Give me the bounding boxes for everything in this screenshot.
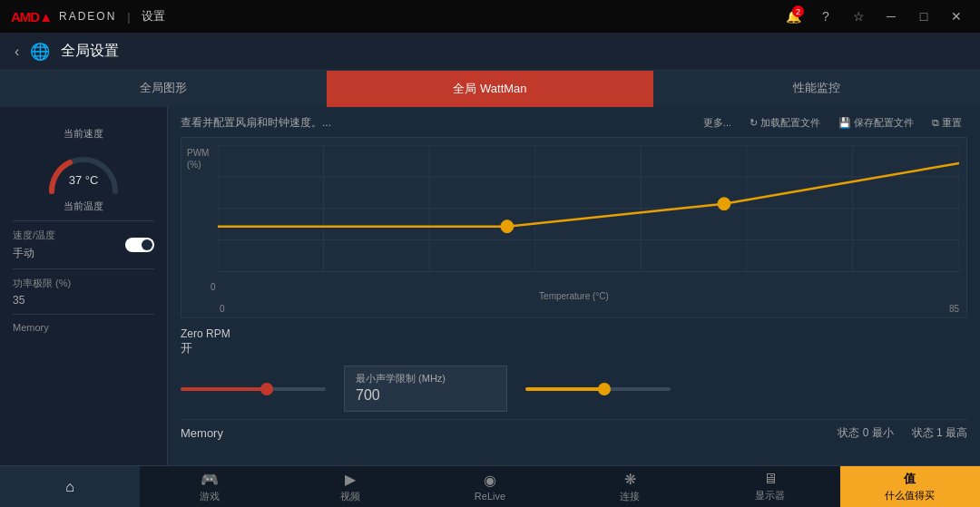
save-config-icon: 💾 — [838, 117, 851, 129]
speed-temp-value: 手动 — [13, 246, 55, 261]
more-button[interactable]: 更多... — [698, 114, 737, 132]
power-slider[interactable] — [181, 387, 326, 391]
title-settings: 设置 — [142, 8, 165, 24]
nav-zhihu-label: 什么值得买 — [885, 489, 935, 502]
chart-x-end: 85 — [949, 304, 959, 314]
chart-y-label: PWM (%) — [187, 147, 209, 171]
state-labels: 状态 0 最小 状态 1 最高 — [838, 425, 967, 441]
save-config-button[interactable]: 💾 保存配置文件 — [833, 114, 919, 132]
title-separator: | — [127, 10, 130, 24]
zero-rpm-label: Zero RPM — [181, 327, 230, 340]
zhihu-icon: 值 — [904, 471, 916, 487]
star-icon: ☆ — [853, 9, 865, 24]
speed-label: 当前速度 — [64, 127, 103, 141]
nav-relive-label: ReLive — [475, 491, 505, 502]
memory-section: Memory — [13, 314, 154, 344]
state1-label: 状态 1 最高 — [912, 425, 967, 441]
maximize-button[interactable]: □ — [911, 5, 936, 27]
connect-icon: ❋ — [624, 471, 636, 488]
nav-zhihu[interactable]: 值 什么值得买 — [840, 466, 980, 507]
fan-curve-chart[interactable]: PWM (%) 0 Temperature (°C) 0 85 — [181, 137, 967, 318]
tab-global-graphics[interactable]: 全局图形 — [0, 71, 327, 107]
reset-button[interactable]: ⧉ 重置 — [926, 114, 967, 132]
nav-display-label: 显示器 — [755, 489, 785, 502]
chart-svg — [218, 145, 959, 289]
speed-temp-toggle[interactable] — [125, 238, 154, 252]
toolbar-description: 查看并配置风扇和时钟速度。... — [181, 115, 691, 131]
home-icon: ⌂ — [65, 479, 74, 495]
memory-label: Memory — [181, 426, 223, 440]
nav-relive[interactable]: ◉ ReLive — [420, 466, 560, 507]
toolbar-row: 查看并配置风扇和时钟速度。... 更多... ↻ 加载配置文件 💾 保存配置文件… — [181, 114, 967, 132]
zero-rpm-row: Zero RPM 开 — [181, 327, 967, 356]
gauge-container: 当前速度 37 °C 当前温度 — [13, 127, 154, 213]
main-content: 当前速度 37 °C 当前温度 速度/温度 手动 功率极限 (%) 35 — [0, 107, 980, 465]
amd-logo: AMD▲ — [11, 9, 52, 24]
notification-badge: 2 — [792, 5, 804, 17]
titlebar: AMD▲ RADEON | 设置 🔔 2 ? ☆ ─ □ ✕ — [0, 0, 980, 33]
gaming-icon: 🎮 — [201, 471, 219, 488]
state0-label: 状态 0 最小 — [838, 425, 893, 441]
navbar: ‹ 🌐 全局设置 — [0, 33, 980, 71]
temp-label: 当前温度 — [64, 200, 103, 213]
power-limit-value: 35 — [13, 294, 154, 307]
nav-gaming[interactable]: 🎮 游戏 — [140, 466, 279, 507]
chart-x-start: 0 — [220, 304, 225, 314]
maximize-icon: □ — [920, 9, 927, 24]
speed-temp-section: 速度/温度 手动 — [13, 220, 154, 268]
sliders-row: 最小声学限制 (MHz) 700 — [181, 366, 967, 412]
help-icon: ? — [822, 9, 829, 24]
close-button[interactable]: ✕ — [944, 5, 969, 27]
min-freq-label: 最小声学限制 (MHz) — [356, 372, 495, 385]
nav-gaming-label: 游戏 — [200, 490, 220, 503]
nav-connect[interactable]: ❋ 连接 — [560, 466, 700, 507]
close-icon: ✕ — [951, 9, 962, 24]
display-icon: 🖥 — [763, 471, 778, 487]
notification-button[interactable]: 🔔 2 — [780, 4, 806, 29]
nav-home[interactable]: ⌂ — [0, 466, 140, 507]
right-panel: 查看并配置风扇和时钟速度。... 更多... ↻ 加载配置文件 💾 保存配置文件… — [168, 107, 980, 465]
tab-performance-monitor[interactable]: 性能监控 — [653, 71, 980, 107]
reset-icon: ⧉ — [932, 117, 939, 129]
minimize-icon: ─ — [887, 9, 896, 24]
nav-video-label: 视频 — [340, 490, 360, 503]
bottom-nav: ⌂ 🎮 游戏 ▶ 视频 ◉ ReLive ❋ 连接 🖥 显示器 值 什么值得买 — [0, 465, 980, 507]
back-button[interactable]: ‹ — [15, 44, 19, 60]
bookmark-button[interactable]: ☆ — [846, 4, 871, 29]
load-config-button[interactable]: ↻ 加载配置文件 — [744, 114, 826, 132]
help-button[interactable]: ? — [813, 4, 838, 29]
globe-icon: 🌐 — [30, 42, 50, 62]
min-freq-value: 700 — [356, 387, 495, 404]
gauge-svg: 37 °C — [43, 146, 124, 196]
chart-y-zero: 0 — [211, 282, 216, 292]
chart-x-label: Temperature (°C) — [539, 291, 609, 301]
video-icon: ▶ — [345, 471, 356, 488]
left-panel: 当前速度 37 °C 当前温度 速度/温度 手动 功率极限 (%) 35 — [0, 107, 168, 465]
nav-connect-label: 连接 — [620, 490, 640, 503]
svg-text:37 °C: 37 °C — [69, 173, 99, 187]
nav-display[interactable]: 🖥 显示器 — [700, 466, 839, 507]
tab-wattman[interactable]: 全局 WattMan — [327, 71, 653, 107]
min-freq-box: 最小声学限制 (MHz) 700 — [344, 366, 507, 412]
relive-icon: ◉ — [484, 472, 496, 489]
power-slider-group — [181, 387, 326, 391]
minimize-button[interactable]: ─ — [878, 5, 904, 27]
page-title: 全局设置 — [61, 42, 119, 61]
speed-temp-title: 速度/温度 — [13, 229, 55, 242]
svg-point-14 — [501, 220, 514, 233]
memory-left-label: Memory — [13, 322, 154, 333]
tabs: 全局图形 全局 WattMan 性能监控 — [0, 71, 980, 107]
svg-point-15 — [718, 198, 730, 210]
power-limit-section: 功率极限 (%) 35 — [13, 268, 154, 314]
load-config-icon: ↻ — [750, 117, 758, 129]
power-limit-title: 功率极限 (%) — [13, 277, 154, 290]
nav-video[interactable]: ▶ 视频 — [280, 466, 420, 507]
memory-row: Memory 状态 0 最小 状态 1 最高 — [181, 419, 967, 441]
freq-slider[interactable] — [525, 387, 671, 391]
radeon-text: RADEON — [59, 10, 116, 23]
freq-slider-group — [525, 387, 671, 391]
zero-rpm-value: 开 — [181, 340, 230, 356]
